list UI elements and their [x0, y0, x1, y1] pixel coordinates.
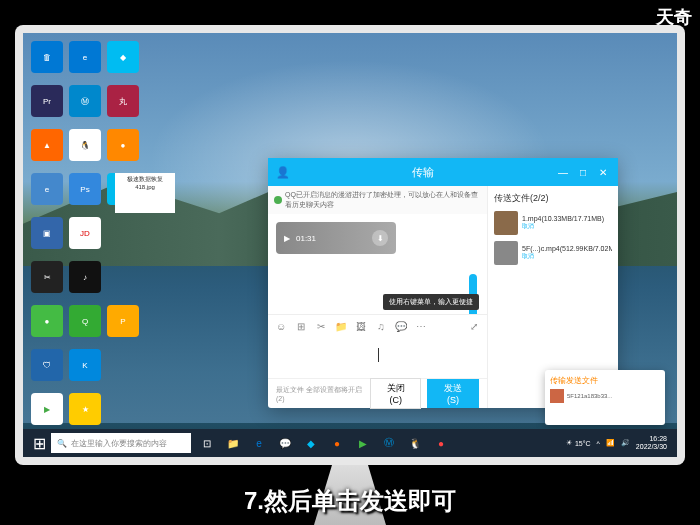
app-icon[interactable]: 丸	[107, 85, 139, 117]
tray-chevron-icon[interactable]: ^	[597, 440, 600, 447]
photoshop-icon[interactable]: Ps	[69, 173, 101, 205]
start-button[interactable]: ⊞	[27, 431, 51, 455]
ie-icon[interactable]: e	[31, 173, 63, 205]
app-icon[interactable]: ▲	[31, 129, 63, 161]
search-placeholder: 在这里输入你要搜索的内容	[71, 438, 167, 449]
file-thumbnail-icon	[494, 211, 518, 235]
app-task-icon[interactable]: ●	[429, 431, 453, 455]
empty-slot	[145, 305, 177, 337]
close-icon[interactable]: ✕	[596, 165, 610, 179]
network-icon[interactable]: 📶	[606, 439, 615, 447]
notice-dot-icon	[274, 196, 282, 204]
app-task-icon[interactable]: ▶	[351, 431, 375, 455]
close-button[interactable]: 关闭(C)	[370, 378, 421, 409]
message-icon[interactable]: 💬	[394, 320, 408, 334]
music-icon[interactable]: ♫	[374, 320, 388, 334]
empty-slot	[183, 393, 215, 425]
footer-hint: 最近文件 全部设置都将开启(2)	[276, 385, 364, 402]
empty-slot	[107, 349, 139, 381]
empty-slot	[183, 173, 215, 205]
tiktok-icon[interactable]: ♪	[69, 261, 101, 293]
app-icon[interactable]: ▶	[31, 393, 63, 425]
app-icon[interactable]: ●	[107, 129, 139, 161]
chat-notice-bar: QQ已开启消息的漫游进行了加密处理，可以放心在人和设备查看历史聊天内容	[268, 186, 487, 214]
app-icon[interactable]: ✂	[31, 261, 63, 293]
text-cursor	[378, 348, 379, 362]
kugou-icon[interactable]: K	[69, 349, 101, 381]
clock[interactable]: 16:28 2022/3/30	[636, 435, 667, 452]
transfer-file-item[interactable]: 1.mp4(10.33MB/17.71MB) 取消	[494, 211, 612, 235]
qq-icon[interactable]: 🐧	[69, 129, 101, 161]
play-icon: ▶	[284, 234, 290, 243]
minimize-icon[interactable]: —	[556, 165, 570, 179]
desktop-file-label[interactable]: 极速数据恢复 418.jpg	[115, 173, 175, 213]
edge-icon[interactable]: e	[69, 41, 101, 73]
app-icon[interactable]: ★	[69, 393, 101, 425]
edge-task-icon[interactable]: e	[247, 431, 271, 455]
volume-icon[interactable]: 🔊	[621, 439, 630, 447]
app-task-icon[interactable]: ◆	[299, 431, 323, 455]
app-task-icon[interactable]: ●	[325, 431, 349, 455]
chat-message-area: ▶ 01:31 ⬇ 使用右键菜单，输入更便捷	[268, 214, 487, 314]
file-icon[interactable]: 📁	[334, 320, 348, 334]
transfer-file-item[interactable]: 5F(...)c.mp4(512.99KB/7.02MB) 取消	[494, 241, 612, 265]
msg-duration: 01:31	[296, 234, 316, 243]
empty-slot	[145, 41, 177, 73]
empty-slot	[183, 85, 215, 117]
desktop-screen: 🗑 e ◆ Pr Ⓜ 丸 ▲ 🐧 ● e Ps ↓ ▣ JD ✂ ♪ ● Q P…	[23, 33, 677, 457]
empty-slot	[145, 261, 177, 293]
expand-icon[interactable]: ⤢	[467, 320, 481, 334]
file-cancel-link[interactable]: 取消	[522, 252, 612, 261]
app-icon[interactable]: P	[107, 305, 139, 337]
popup-thumb-icon	[550, 389, 564, 403]
jd-icon[interactable]: JD	[69, 217, 101, 249]
weather-icon: ☀	[566, 439, 572, 447]
download-icon[interactable]: ⬇	[372, 230, 388, 246]
chat-titlebar[interactable]: 👤 传输 — □ ✕	[268, 158, 618, 186]
taskbar-search[interactable]: 🔍 在这里输入你要搜索的内容	[51, 433, 191, 453]
empty-slot	[183, 129, 215, 161]
task-view-icon[interactable]: ⊡	[195, 431, 219, 455]
screenshot-icon[interactable]: ✂	[314, 320, 328, 334]
premiere-icon[interactable]: Pr	[31, 85, 63, 117]
chat-toolbar: ☺ ⊞ ✂ 📁 🖼 ♫ 💬 ⋯ ⤢	[268, 314, 487, 338]
monitor-frame: 🗑 e ◆ Pr Ⓜ 丸 ▲ 🐧 ● e Ps ↓ ▣ JD ✂ ♪ ● Q P…	[15, 25, 685, 465]
maxthon-icon[interactable]: Ⓜ	[69, 85, 101, 117]
empty-slot	[145, 393, 177, 425]
desktop-icons-grid: 🗑 e ◆ Pr Ⓜ 丸 ▲ 🐧 ● e Ps ↓ ▣ JD ✂ ♪ ● Q P…	[31, 41, 219, 457]
security-icon[interactable]: 🛡	[31, 349, 63, 381]
app-task-icon[interactable]: Ⓜ	[377, 431, 401, 455]
file-cancel-link[interactable]: 取消	[522, 222, 612, 231]
chat-title: 传输	[290, 165, 556, 180]
gif-icon[interactable]: ⊞	[294, 320, 308, 334]
send-button[interactable]: 发送(S)	[427, 379, 479, 408]
file-thumbnail-icon	[494, 241, 518, 265]
360-icon[interactable]: Q	[69, 305, 101, 337]
weather-widget[interactable]: ☀ 15°C	[566, 439, 591, 447]
emoji-icon[interactable]: ☺	[274, 320, 288, 334]
empty-slot	[145, 349, 177, 381]
taskbar-apps: ⊡ 📁 e 💬 ◆ ● ▶ Ⓜ 🐧 ●	[195, 431, 453, 455]
popup-filename: 5F121a183b33...	[567, 393, 612, 399]
app-icon[interactable]: ▣	[31, 217, 63, 249]
notice-text: QQ已开启消息的漫游进行了加密处理，可以放心在人和设备查看历史聊天内容	[285, 190, 481, 210]
voice-message[interactable]: ▶ 01:31 ⬇	[276, 222, 396, 254]
image-icon[interactable]: 🖼	[354, 320, 368, 334]
empty-slot	[107, 261, 139, 293]
qq-task-icon[interactable]: 🐧	[403, 431, 427, 455]
app-icon[interactable]: ●	[31, 305, 63, 337]
wechat-task-icon[interactable]: 💬	[273, 431, 297, 455]
transfer-popup[interactable]: 传输发送文件 5F121a183b33...	[545, 370, 665, 425]
app-icon[interactable]: ◆	[107, 41, 139, 73]
popup-title: 传输发送文件	[550, 375, 660, 386]
explorer-icon[interactable]: 📁	[221, 431, 245, 455]
maximize-icon[interactable]: □	[576, 165, 590, 179]
more-icon[interactable]: ⋯	[414, 320, 428, 334]
recycle-bin-icon[interactable]: 🗑	[31, 41, 63, 73]
empty-slot	[183, 261, 215, 293]
empty-slot	[145, 217, 177, 249]
empty-slot	[183, 349, 215, 381]
popup-file-item: 5F121a183b33...	[550, 389, 660, 403]
file-name: 5F(...)c.mp4(512.99KB/7.02MB)	[522, 245, 612, 252]
chat-input-area[interactable]	[268, 338, 487, 378]
